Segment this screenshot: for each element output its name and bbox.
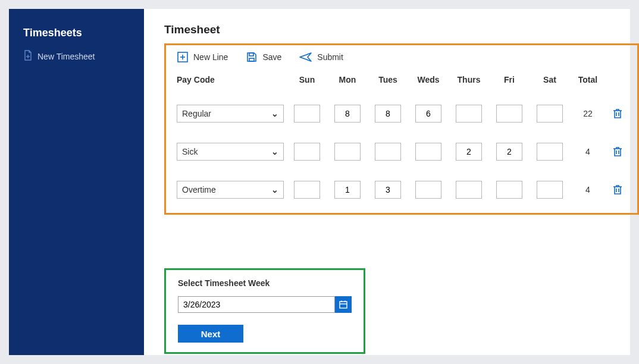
hours-input-thurs[interactable]	[456, 143, 482, 161]
sidebar-item-new-timesheet[interactable]: New Timesheet	[23, 50, 130, 62]
chevron-down-icon: ⌄	[271, 147, 278, 156]
row-total: 4	[573, 147, 603, 156]
hours-input-mon[interactable]	[334, 143, 361, 161]
hours-input-mon[interactable]	[334, 181, 361, 199]
svg-rect-5	[249, 53, 253, 56]
new-line-label: New Line	[193, 52, 228, 62]
svg-rect-13	[340, 302, 347, 308]
col-header-fri: Fri	[492, 75, 527, 84]
col-header-sat: Sat	[532, 75, 567, 84]
paycode-value: Regular	[182, 109, 211, 118]
delete-row-button[interactable]	[609, 184, 627, 196]
paycode-value: Sick	[182, 147, 198, 156]
save-button[interactable]: Save	[246, 51, 281, 63]
date-row	[178, 296, 352, 313]
new-line-button[interactable]: New Line	[177, 51, 228, 63]
hours-input-tues[interactable]	[375, 105, 401, 123]
paycode-select[interactable]: Regular ⌄	[177, 105, 284, 123]
col-header-mon: Mon	[330, 75, 365, 84]
hours-input-sun[interactable]	[294, 181, 320, 199]
hours-input-fri[interactable]	[496, 181, 522, 199]
submit-label: Submit	[317, 52, 343, 62]
save-icon	[246, 51, 258, 63]
hours-input-weds[interactable]	[415, 143, 441, 161]
timesheet-grid: Pay Code Sun Mon Tues Weds Thurs Fri Sat…	[177, 75, 627, 199]
delete-row-button[interactable]	[609, 146, 627, 158]
trash-icon	[612, 108, 623, 120]
week-picker-region: Select Timesheet Week Next	[164, 268, 365, 354]
main-content: Timesheet New Line	[144, 9, 639, 355]
row-total: 22	[573, 109, 603, 118]
toolbar: New Line Save Subm	[177, 51, 627, 63]
sidebar-title: Timesheets	[23, 27, 130, 39]
col-header-paycode: Pay Code	[177, 75, 284, 84]
next-button[interactable]: Next	[178, 325, 243, 343]
plus-box-icon	[177, 51, 189, 63]
hours-input-weds[interactable]	[415, 105, 441, 123]
svg-rect-6	[249, 58, 254, 61]
col-header-tues: Tues	[371, 75, 405, 84]
hours-input-sat[interactable]	[537, 181, 563, 199]
calendar-icon	[339, 300, 348, 309]
hours-input-sat[interactable]	[537, 105, 563, 123]
chevron-down-icon: ⌄	[271, 109, 278, 118]
hours-input-weds[interactable]	[415, 181, 441, 199]
calendar-button[interactable]	[335, 296, 352, 313]
col-header-sun: Sun	[290, 75, 324, 84]
paycode-select[interactable]: Overtime ⌄	[177, 181, 284, 199]
col-header-thurs: Thurs	[452, 75, 486, 84]
app-frame: Timesheets New Timesheet Timesheet	[9, 9, 630, 355]
page-title: Timesheet	[164, 23, 639, 36]
hours-input-sat[interactable]	[537, 143, 563, 161]
paycode-select[interactable]: Sick ⌄	[177, 143, 284, 161]
hours-input-tues[interactable]	[375, 181, 401, 199]
hours-input-sun[interactable]	[294, 105, 320, 123]
submit-button[interactable]: Submit	[299, 52, 343, 62]
paycode-value: Overtime	[182, 185, 216, 194]
hours-input-tues[interactable]	[375, 143, 401, 161]
trash-icon	[612, 184, 623, 196]
col-header-total: Total	[573, 75, 603, 84]
hours-input-thurs[interactable]	[456, 105, 482, 123]
hours-input-thurs[interactable]	[456, 181, 482, 199]
week-date-input[interactable]	[178, 296, 335, 313]
save-label: Save	[262, 52, 281, 62]
col-header-weds: Weds	[411, 75, 446, 84]
submit-icon	[299, 52, 312, 62]
week-picker-label: Select Timesheet Week	[178, 278, 352, 288]
row-total: 4	[573, 185, 603, 194]
timesheet-grid-region: New Line Save Subm	[164, 43, 639, 215]
hours-input-fri[interactable]	[496, 105, 522, 123]
sidebar-item-label: New Timesheet	[37, 52, 95, 61]
hours-input-mon[interactable]	[334, 105, 361, 123]
hours-input-sun[interactable]	[294, 143, 320, 161]
new-timesheet-icon	[23, 50, 33, 62]
delete-row-button[interactable]	[609, 108, 627, 120]
chevron-down-icon: ⌄	[271, 185, 278, 194]
hours-input-fri[interactable]	[496, 143, 522, 161]
trash-icon	[612, 146, 623, 158]
sidebar: Timesheets New Timesheet	[9, 9, 144, 355]
